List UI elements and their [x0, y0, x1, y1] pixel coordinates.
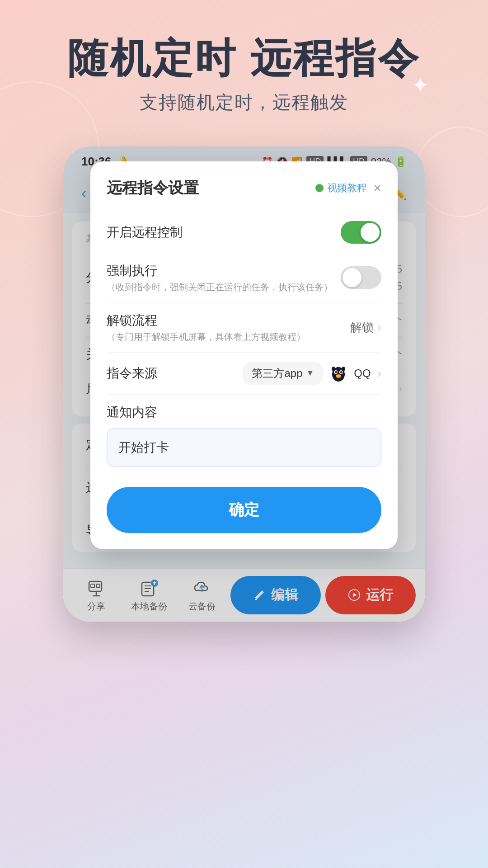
force-exec-toggle-knob — [343, 268, 361, 287]
unlock-flow-row[interactable]: 解锁流程 （专门用于解锁手机屏幕，具体看上方视频教程） 解锁 › — [107, 303, 381, 353]
hero-title: 随机定时 远程指令 — [18, 36, 470, 81]
hero-subtitle: 支持随机定时，远程触发 — [18, 90, 470, 115]
qq-icon — [329, 364, 347, 382]
video-tutorial-link[interactable]: 视频教程 — [315, 181, 367, 195]
notification-label: 通知内容 — [107, 404, 381, 421]
unlock-flow-label: 解锁流程 — [107, 312, 305, 329]
dropdown-arrow-icon: ▼ — [306, 368, 314, 378]
force-exec-toggle[interactable] — [341, 266, 381, 289]
svg-point-4 — [335, 371, 337, 373]
remote-dialog: 远程指令设置 视频教程 × 开启远程控制 强制执行 （收到指令时，强制关闭正在运… — [90, 161, 398, 549]
enable-remote-row: 开启远程控制 — [107, 212, 381, 253]
notification-section: 通知内容 开始打卡 — [107, 395, 381, 476]
toggle-knob — [361, 223, 380, 242]
enable-remote-label: 开启远程控制 — [107, 224, 183, 241]
svg-point-7 — [336, 375, 341, 377]
force-exec-row: 强制执行 （收到指令时，强制关闭正在运行的任务，执行该任务） — [107, 253, 381, 303]
phone-mockup: 10:36 🔔 ⏰ 🔇 📶 HD ▌▌▌ HD 93% 🔋 ‹ 自动测试 ✏️ … — [63, 146, 425, 622]
unlock-text: 解锁 — [350, 320, 374, 335]
source-type-value: 第三方app — [252, 366, 302, 381]
hero-section: 随机定时 远程指令 支持随机定时，远程触发 — [0, 0, 488, 133]
dialog-header-right: 视频教程 × — [315, 180, 381, 196]
enable-remote-toggle[interactable] — [341, 221, 381, 244]
green-dot-icon — [315, 184, 324, 192]
command-source-label: 指令来源 — [107, 365, 157, 382]
force-exec-label-group: 强制执行 （收到指令时，强制关闭正在运行的任务，执行该任务） — [107, 262, 333, 293]
notification-value: 开始打卡 — [118, 440, 169, 454]
dialog-header: 远程指令设置 视频教程 × — [107, 178, 381, 198]
source-type-dropdown[interactable]: 第三方app ▼ — [243, 362, 323, 385]
unlock-flow-sublabel: （专门用于解锁手机屏幕，具体看上方视频教程） — [107, 331, 305, 343]
unlock-flow-value: 解锁 › — [350, 320, 381, 335]
dialog-close-button[interactable]: × — [373, 180, 381, 196]
qq-platform-label: QQ — [354, 367, 371, 380]
svg-point-9 — [342, 367, 345, 371]
notification-input[interactable]: 开始打卡 — [107, 428, 381, 467]
video-tutorial-label: 视频教程 — [327, 181, 367, 195]
svg-point-8 — [332, 367, 335, 371]
source-chevron: › — [377, 366, 381, 381]
unlock-chevron: › — [377, 320, 381, 335]
force-exec-sublabel: （收到指令时，强制关闭正在运行的任务，执行该任务） — [107, 281, 333, 293]
command-source-right: 第三方app ▼ QQ › — [243, 362, 381, 385]
confirm-button[interactable]: 确定 — [107, 487, 381, 533]
unlock-flow-label-group: 解锁流程 （专门用于解锁手机屏幕，具体看上方视频教程） — [107, 312, 305, 343]
command-source-row: 指令来源 第三方app ▼ — [107, 353, 381, 395]
svg-point-5 — [340, 371, 343, 373]
force-exec-label: 强制执行 — [107, 262, 333, 279]
dialog-title: 远程指令设置 — [107, 178, 199, 198]
